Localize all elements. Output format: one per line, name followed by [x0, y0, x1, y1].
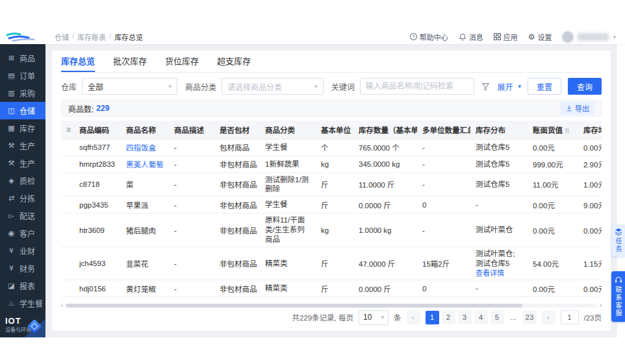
- sidebar-item-报表[interactable]: ◪报表: [0, 277, 45, 295]
- page-button-3[interactable]: 3: [458, 311, 472, 324]
- task-fab[interactable]: 任务: [611, 224, 625, 256]
- cell-name: 猪后腿肉: [121, 213, 169, 247]
- reset-button[interactable]: 重置: [528, 78, 561, 95]
- summary-bar: 商品数: 229 导出: [61, 100, 602, 117]
- cell-distribution: -: [470, 280, 528, 297]
- table-row[interactable]: ldj9105绿灯笼椒-非包材商品精菜类斤0.0000 斤0-0.00元0.00…: [61, 297, 602, 301]
- cell-category: 原料11/干面类/生生系列商品: [260, 213, 316, 247]
- settings-button[interactable]: ⚙ 设置: [528, 32, 552, 42]
- cell-distribution: -: [470, 197, 528, 213]
- cell-quantity: 1.0000 kg: [353, 213, 417, 247]
- scroll-right-icon[interactable]: ›: [600, 302, 602, 309]
- sidebar-item-订单[interactable]: ▤订单: [0, 67, 45, 84]
- sidebar-item-客户[interactable]: ◉客户: [0, 224, 45, 242]
- cell-code: htr3609: [74, 213, 121, 247]
- tab-库存总览[interactable]: 库存总览: [61, 51, 95, 72]
- cell-unit: 斤: [316, 173, 353, 197]
- sidebar-item-label: 财务: [19, 263, 35, 274]
- cell-name[interactable]: 四指饭盒: [121, 139, 169, 156]
- cell-name: 苹果派: [121, 197, 169, 213]
- sidebar-item-配送[interactable]: ▻配送: [0, 207, 45, 224]
- messages-button[interactable]: 消息: [459, 32, 483, 42]
- cell-quantity: 765.0000 个: [353, 139, 417, 156]
- warehouse-select[interactable]: 全部 ▾: [82, 78, 177, 95]
- tab-批次库存[interactable]: 批次库存: [113, 51, 147, 72]
- page-button-5[interactable]: 5: [491, 311, 504, 324]
- cell-avg-price: 0.00元: [578, 139, 602, 156]
- cell-name[interactable]: 黑美人葡萄: [121, 156, 169, 173]
- cell-multi-unit: 0: [417, 297, 470, 301]
- sidebar-item-label: 分拣: [19, 193, 35, 204]
- table-row[interactable]: jch4593韭菜花-非包材商品精菜类斤47.0000 斤15箱2斤测试叶菜仓;…: [61, 247, 602, 280]
- sidebar-item-生产[interactable]: ⚒生产: [0, 154, 45, 172]
- tab-超支库存[interactable]: 超支库存: [217, 51, 251, 72]
- page-button-2[interactable]: 2: [442, 311, 455, 324]
- sidebar-menu: ⊞商品▤订单▥采购◫仓储▦库存⚒生产⚒生产◈质检⇄分拣▻配送◉客户¥业财¥财务◪…: [0, 49, 45, 312]
- sort-icon[interactable]: ⇅: [565, 127, 570, 134]
- inventory-card: 库存总览批次库存货位库存超支库存 仓库 全部 ▾ 商品分类 请选择商品分类 ▾ …: [52, 51, 611, 331]
- sidebar-item-学生餐[interactable]: ♨学生餐: [0, 295, 45, 312]
- scroll-left-icon[interactable]: ‹: [61, 302, 63, 309]
- column-header-库存数量（基本单位）[interactable]: 库存数量（基本单位）⇅: [353, 121, 417, 139]
- sidebar: ⊞商品▤订单▥采购◫仓储▦库存⚒生产⚒生产◈质检⇄分拣▻配送◉客户¥业财¥财务◪…: [0, 44, 45, 337]
- filter-funnel-icon[interactable]: [479, 82, 492, 91]
- scrollbar-track[interactable]: [66, 304, 596, 308]
- table-row[interactable]: sqfh5377四指饭盒-包材商品学生餐个765.0000 个-测试仓库50.0…: [61, 139, 602, 156]
- cell-material: 非包材商品: [214, 213, 260, 247]
- sidebar-item-商品[interactable]: ⊞商品: [0, 49, 45, 67]
- column-settings-button[interactable]: ≡: [61, 121, 74, 139]
- cell-category: 学生餐: [260, 197, 316, 213]
- page-button-4[interactable]: 4: [474, 311, 488, 324]
- user-menu[interactable]: ▾: [562, 31, 616, 43]
- sidebar-item-库存[interactable]: ▦库存: [0, 119, 45, 137]
- sidebar-item-财务[interactable]: ¥财务: [0, 260, 45, 277]
- sidebar-item-仓储[interactable]: ◫仓储: [0, 102, 45, 119]
- tab-货位库存[interactable]: 货位库存: [165, 51, 199, 72]
- page-jump-input[interactable]: 1: [561, 310, 579, 324]
- page-button-23[interactable]: 23: [523, 311, 537, 324]
- sidebar-item-质检[interactable]: ◈质检: [0, 172, 45, 189]
- page-button-1[interactable]: 1: [426, 311, 439, 324]
- help-center-button[interactable]: ? 帮助中心: [410, 32, 448, 42]
- column-header-账面货值[interactable]: 账面货值⇅: [528, 121, 578, 139]
- scrollbar-thumb[interactable]: [66, 304, 522, 308]
- keyword-input[interactable]: [360, 78, 475, 95]
- expand-toggle[interactable]: 展开 ▾: [497, 81, 521, 92]
- cell-distribution: -: [470, 297, 528, 301]
- sidebar-item-label: 配送: [19, 210, 35, 221]
- sidebar-item-分拣[interactable]: ⇄分拣: [0, 189, 45, 207]
- product-count-label: 商品数:: [68, 103, 94, 114]
- category-select[interactable]: 请选择商品分类 ▾: [222, 78, 324, 95]
- cell-quantity: 11.0000 斤: [353, 173, 417, 197]
- warehouse-label: 仓库: [61, 81, 77, 92]
- production2-icon: ⚒: [7, 159, 16, 167]
- sidebar-item-label: 商品: [19, 53, 35, 64]
- sidebar-item-业财[interactable]: ¥业财: [0, 242, 45, 260]
- page-size-select[interactable]: 10 ▾: [359, 310, 389, 325]
- search-button[interactable]: 查询: [568, 78, 602, 95]
- sidebar-item-生产[interactable]: ⚒生产: [0, 137, 45, 154]
- table-row[interactable]: hdj0156黄灯笼椒-非包材商品精菜类斤0.0000 斤0-0.00元0.00…: [61, 280, 602, 297]
- cell-unit: 个: [316, 139, 353, 156]
- cell-multi-unit: 0: [417, 280, 470, 297]
- table-row[interactable]: htr3609猪后腿肉-非包材商品原料11/干面类/生生系列商品kg1.0000…: [61, 213, 602, 247]
- sidebar-item-label: 生产: [19, 140, 35, 151]
- prev-page-button[interactable]: ‹: [407, 311, 420, 324]
- export-button[interactable]: 导出: [561, 102, 594, 115]
- help-icon: ?: [410, 33, 417, 40]
- table-row[interactable]: c8718菜-非包材商品测试删除1/测删除斤11.0000 斤-测试仓库511.…: [61, 173, 602, 197]
- apps-button[interactable]: 应用: [494, 32, 518, 42]
- breadcrumb-item[interactable]: 库存账表: [77, 32, 106, 42]
- app-logo[interactable]: [0, 29, 45, 44]
- sidebar-item-采购[interactable]: ▥采购: [0, 84, 45, 102]
- column-header-库存均价[interactable]: 库存均价⇅: [578, 121, 602, 139]
- table-row[interactable]: hmrpt2833黑美人葡萄-非包材商品1新鲜蔬果kg345.0000 kg-测…: [61, 156, 602, 173]
- breadcrumb-item[interactable]: 仓储: [55, 32, 69, 42]
- contact-service-fab[interactable]: 联系客服: [611, 271, 625, 322]
- per-page-unit-label: 条: [394, 312, 402, 322]
- next-page-button[interactable]: ›: [542, 311, 555, 324]
- view-details-link[interactable]: 查看详情: [476, 269, 522, 278]
- sidebar-item-label: 报表: [19, 280, 35, 291]
- breadcrumb: 仓储/库存账表/库存总览: [55, 32, 143, 42]
- table-row[interactable]: pgp3435苹果派-非包材商品学生餐斤0.0000 斤0-0.00元9.00元: [61, 197, 602, 213]
